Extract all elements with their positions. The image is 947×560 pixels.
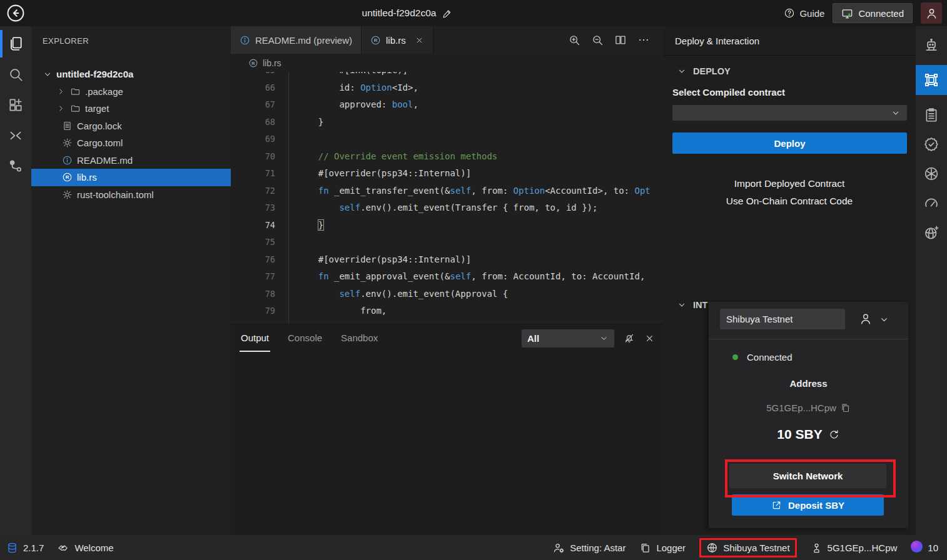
avatar[interactable]	[921, 2, 942, 24]
interact-section-header[interactable]: INT	[677, 300, 707, 310]
panel-output-body	[231, 352, 663, 535]
copy-address-icon[interactable]	[840, 402, 851, 413]
ellipsis-icon[interactable]	[637, 34, 650, 46]
code-line-66[interactable]: 66 id: Option<Id>,	[231, 79, 663, 97]
status-item-Logger[interactable]: Logger	[639, 542, 686, 554]
line-number: 65	[231, 72, 275, 79]
deploy-section-header[interactable]: DEPLOY	[677, 66, 731, 76]
back-button[interactable]	[6, 3, 26, 23]
code-line-72[interactable]: 72 fn _emit_transfer_event(&self, from: …	[231, 182, 663, 200]
status-item-Shibuya Testnet[interactable]: Shibuya Testnet	[699, 538, 796, 558]
activity-item-branch-icon[interactable]	[0, 157, 31, 176]
svg-text:R: R	[251, 60, 255, 66]
code-line-73[interactable]: 73 self.env().emit_event(Transfer { from…	[231, 199, 663, 217]
network-input[interactable]	[720, 309, 845, 329]
activity-item-search-icon[interactable]	[0, 65, 31, 84]
code-line-70[interactable]: 70 // Override event emission methods	[231, 148, 663, 166]
code-editor[interactable]: 65 #[ink(topic)]66 id: Option<Id>,67 app…	[231, 72, 663, 324]
wallet-divider	[709, 339, 908, 339]
activity-item-artboard-icon[interactable]	[916, 65, 947, 95]
status-item-10[interactable]: 10	[911, 541, 938, 554]
bell-slash-icon[interactable]	[624, 332, 635, 344]
link-Use On-Chain Contract Code[interactable]: Use On-Chain Contract Code	[663, 196, 916, 207]
status-item-label: 2.1.7	[23, 542, 44, 553]
tree-item-target[interactable]: target	[31, 100, 231, 118]
zoom-in-icon[interactable]	[568, 34, 580, 46]
activity-item-clipboard-icon[interactable]	[916, 106, 947, 124]
select-contract-label: Select Compiled contract	[672, 87, 785, 98]
activity-item-globe-sparkle-icon[interactable]	[916, 223, 947, 242]
tree-item-Cargo.lock[interactable]: Cargo.lock	[31, 118, 231, 135]
editor-tab-README.md (preview)[interactable]: README.md (preview)	[231, 26, 362, 54]
code-line-74[interactable]: 74 }	[231, 217, 663, 234]
tree-item-lib.rs[interactable]: Rlib.rs	[31, 169, 231, 186]
balance-value: 10 SBY	[777, 427, 822, 442]
guide-label: Guide	[799, 8, 824, 19]
status-item-Setting: Astar[interactable]: Setting: Astar	[553, 542, 625, 554]
explorer-header: EXPLORER	[31, 26, 231, 55]
line-number: 75	[231, 234, 275, 251]
tree-item-rust-toolchain.toml[interactable]: rust-toolchain.toml	[31, 186, 231, 204]
deploy-button[interactable]: Deploy	[672, 132, 907, 154]
close-tab-icon[interactable]	[415, 36, 424, 45]
activity-item-extensions-icon[interactable]	[0, 96, 31, 114]
bottom-panel: OutputConsoleSandbox All	[231, 324, 663, 536]
code-line-78[interactable]: 78 self.env().emit_event(Approval {	[231, 286, 663, 303]
status-item-label: Logger	[656, 542, 686, 553]
back-arrow-icon	[6, 3, 26, 23]
activity-item-files-icon[interactable]	[0, 34, 31, 53]
panel-tab-Sandbox[interactable]: Sandbox	[340, 324, 379, 352]
line-text: approved: bool,	[297, 96, 418, 114]
tree-root[interactable]: untitled-f29d2c0a	[31, 66, 231, 83]
tree-item-label: rust-toolchain.toml	[77, 189, 154, 200]
code-line-79[interactable]: 79 from,	[231, 302, 663, 320]
code-line-71[interactable]: 71 #[overrider(psp34::Internal)]	[231, 165, 663, 182]
status-item-5G1GEp...HCpw[interactable]: 5G1GEp...HCpw	[811, 542, 898, 554]
activity-item-openai-icon[interactable]	[916, 164, 947, 183]
line-number: 78	[231, 286, 275, 303]
astar-icon	[911, 541, 923, 554]
account-chevron-icon[interactable]	[879, 314, 889, 325]
activity-item-gauge-icon[interactable]	[916, 194, 947, 212]
deposit-sby-button[interactable]: Deposit SBY	[732, 494, 884, 516]
breadcrumb-file[interactable]: lib.rs	[263, 58, 281, 68]
code-line-65[interactable]: 65 #[ink(topic)]	[231, 72, 663, 79]
code-line-67[interactable]: 67 approved: bool,	[231, 96, 663, 114]
close-panel-icon[interactable]	[644, 333, 655, 344]
tree-item-Cargo.toml[interactable]: Cargo.toml	[31, 134, 231, 152]
panel-tab-Console[interactable]: Console	[286, 324, 323, 352]
guide-button[interactable]: Guide	[784, 8, 824, 19]
line-text: #[overrider(psp34::Internal)]	[297, 165, 471, 182]
link-Import Deployed Contract[interactable]: Import Deployed Contract	[663, 178, 916, 189]
code-line-76[interactable]: 76 #[overrider(psp34::Internal)]	[231, 251, 663, 269]
tree-item-README.md[interactable]: README.md	[31, 152, 231, 169]
code-line-75[interactable]: 75	[231, 234, 663, 251]
folder-icon	[70, 103, 81, 114]
wallet-card: Connected Address 5G1GEp...HCpw 10 SBY S…	[709, 302, 908, 528]
pencil-icon[interactable]	[442, 8, 452, 19]
activity-item-badge-check-icon[interactable]	[916, 135, 947, 154]
tree-item-.package[interactable]: .package	[31, 83, 231, 101]
activity-item-collapse-icon[interactable]	[0, 126, 31, 145]
compiled-contract-select[interactable]	[672, 105, 907, 121]
line-number: 74	[231, 217, 275, 234]
activity-item-robot-icon[interactable]	[916, 36, 947, 54]
deploy-links: Import Deployed ContractUse On-Chain Con…	[663, 178, 916, 213]
zoom-out-icon[interactable]	[591, 34, 604, 46]
tab-label: lib.rs	[386, 35, 406, 46]
connected-button[interactable]: Connected	[833, 3, 913, 23]
status-item-Welcome[interactable]: Welcome	[58, 542, 113, 554]
status-item-2.1.7[interactable]: 2.1.7	[6, 542, 44, 554]
titlebar-right: Guide Connected	[784, 0, 942, 26]
code-line-68[interactable]: 68 }	[231, 114, 663, 131]
editor-tab-lib.rs[interactable]: Rlib.rs	[362, 26, 433, 54]
panel-tab-Output[interactable]: Output	[240, 324, 270, 352]
code-line-69[interactable]: 69	[231, 131, 663, 148]
code-line-77[interactable]: 77 fn _emit_approval_event(&self, from: …	[231, 268, 663, 286]
account-person-icon[interactable]	[859, 312, 873, 326]
split-editor-icon[interactable]	[614, 34, 627, 46]
switch-network-button[interactable]: Switch Network	[729, 464, 886, 488]
refresh-balance-icon[interactable]	[828, 429, 840, 441]
output-filter-select[interactable]: All	[522, 329, 614, 348]
database-icon	[6, 542, 18, 554]
